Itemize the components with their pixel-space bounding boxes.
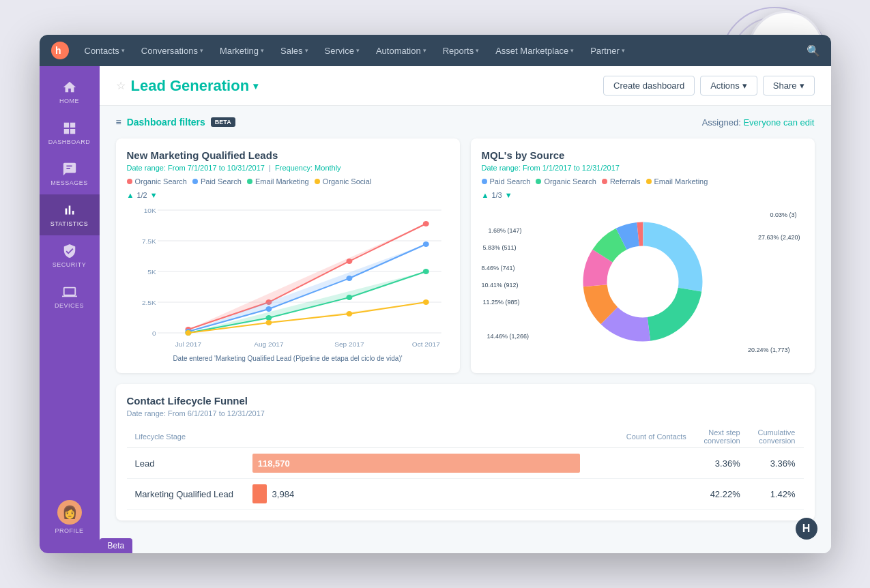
legend-item: Email Marketing <box>646 177 708 186</box>
donut-label-2: 5.83% (511) <box>483 244 517 251</box>
nav-reports[interactable]: Reports▾ <box>436 43 487 59</box>
nav-asset-marketplace[interactable]: Asset Marketplace▾ <box>489 43 581 59</box>
svg-point-32 <box>265 315 272 321</box>
funnel-meta: Date range: From 6/1/2017 to 12/31/2017 <box>127 409 804 417</box>
filters-bar: ≡ Dashboard filters BETA Assigned: Every… <box>116 117 815 128</box>
svg-text:h: h <box>55 45 61 56</box>
page-title: Lead Generation ▾ <box>131 77 259 95</box>
svg-point-24 <box>422 221 429 226</box>
col-cumulative: Cumulativeconversion <box>749 426 804 448</box>
sidebar-item-security[interactable]: SECURITY <box>40 235 100 276</box>
legend-dot <box>536 179 541 184</box>
next-page-icon[interactable]: ▼ <box>505 191 512 199</box>
header-actions: Create dashboard Actions ▾ Share ▾ <box>603 76 814 95</box>
sidebar-item-statistics[interactable]: STATISTICS <box>40 194 100 235</box>
svg-marker-20 <box>188 224 425 329</box>
new-mql-meta: Date range: From 7/1/2017 to 10/31/2017 … <box>127 164 449 172</box>
beta-badge: BETA <box>211 117 235 127</box>
legend-dot <box>247 179 252 184</box>
col-next: Next stepconversion <box>695 426 749 448</box>
favorite-icon[interactable]: ☆ <box>116 79 126 92</box>
svg-text:Oct 2017: Oct 2017 <box>411 341 439 348</box>
col-count: Count of Contacts <box>616 426 695 448</box>
sidebar: HOME DASHBOARD MESSAGES STATISTICS SECUR… <box>40 66 100 553</box>
mql-source-title: MQL's by Source <box>482 149 804 161</box>
sidebar-item-devices[interactable]: DEVICES <box>40 276 100 317</box>
new-mql-legend: Organic Search Paid Search Email Marketi… <box>127 177 449 186</box>
svg-point-27 <box>265 306 272 312</box>
legend-item: Email Marketing <box>247 177 309 186</box>
donut-chart <box>575 214 711 350</box>
prev-page-icon[interactable]: ▲ <box>482 191 489 199</box>
nav-conversations[interactable]: Conversations▾ <box>134 43 210 59</box>
svg-text:Sep 2017: Sep 2017 <box>334 341 364 348</box>
funnel-bar: 118,570 <box>252 454 580 473</box>
mql-source-legend: Paid Search Organic Search Referrals <box>482 177 804 186</box>
svg-text:7.5K: 7.5K <box>141 238 156 245</box>
sidebar-item-messages[interactable]: MESSAGES <box>40 153 100 194</box>
profile-item[interactable]: 👩 PROFILE <box>40 492 100 542</box>
donut-label-3: 8.46% (741) <box>482 265 515 271</box>
svg-text:10K: 10K <box>143 207 156 214</box>
assigned-link[interactable]: Everyone can edit <box>743 117 814 128</box>
svg-text:Aug 2017: Aug 2017 <box>254 341 283 348</box>
filters-label[interactable]: Dashboard filters <box>127 117 205 128</box>
legend-dot <box>127 179 132 184</box>
legend-item: Organic Social <box>315 177 372 186</box>
svg-point-49 <box>611 250 675 314</box>
share-button[interactable]: Share ▾ <box>763 76 815 95</box>
hubspot-logo[interactable]: h <box>50 41 70 60</box>
charts-grid: New Marketing Qualified Leads Date range… <box>116 138 815 373</box>
nav-partner[interactable]: Partner▾ <box>583 43 632 59</box>
legend-item: Paid Search <box>192 177 242 186</box>
svg-text:5K: 5K <box>147 269 156 276</box>
mql-source-pagination: ▲ 1/3 ▼ <box>482 191 804 199</box>
svg-text:2.5K: 2.5K <box>141 299 156 306</box>
svg-point-29 <box>422 241 429 247</box>
cumulative-conversion: 1.42% <box>749 479 804 510</box>
legend-dot <box>602 179 607 184</box>
create-dashboard-button[interactable]: Create dashboard <box>603 76 695 95</box>
funnel-bar-small <box>252 484 267 503</box>
donut-label-6: 14.46% (1,266) <box>487 333 530 340</box>
nav-service[interactable]: Service▾ <box>318 43 366 59</box>
donut-label-0: 0.03% (3) <box>770 211 796 218</box>
legend-item: Organic Search <box>536 177 596 186</box>
legend-dot <box>315 179 320 184</box>
filter-icon: ≡ <box>116 117 121 128</box>
new-mql-title: New Marketing Qualified Leads <box>127 149 449 161</box>
sidebar-item-home[interactable]: HOME <box>40 72 100 113</box>
next-conversion: 3.36% <box>695 448 749 479</box>
prev-page-icon[interactable]: ▲ <box>127 191 134 199</box>
nav-sales[interactable]: Sales▾ <box>274 43 315 59</box>
col-lifecycle: Lifecycle Stage <box>127 426 244 448</box>
avatar: 👩 <box>57 500 82 525</box>
nav-marketing[interactable]: Marketing▾ <box>213 43 271 59</box>
actions-button[interactable]: Actions ▾ <box>700 76 757 95</box>
assigned-info: Assigned: Everyone can edit <box>702 117 815 128</box>
legend-dot <box>192 179 198 184</box>
mql-source-meta: Date range: From 1/1/2017 to 12/31/2017 <box>482 164 804 172</box>
donut-label-4: 10.41% (912) <box>482 282 519 289</box>
donut-label-8: 27.63% (2,420) <box>758 234 800 241</box>
svg-point-36 <box>185 330 191 336</box>
sidebar-item-dashboard[interactable]: DASHBOARD <box>40 113 100 153</box>
next-page-icon[interactable]: ▼ <box>150 191 158 199</box>
count-value <box>616 448 695 479</box>
count-value <box>616 479 695 510</box>
nav-contacts[interactable]: Contacts▾ <box>78 43 132 59</box>
title-chevron-icon[interactable]: ▾ <box>253 80 258 91</box>
share-chevron-icon: ▾ <box>800 80 804 91</box>
nav-automation[interactable]: Automation▾ <box>369 43 433 59</box>
beta-chip[interactable]: Beta <box>100 538 133 553</box>
svg-point-33 <box>346 295 352 300</box>
line-chart: 10K 7.5K 5K 2.5K 0 Jul 2017 Aug 2017 Sep… <box>127 203 449 353</box>
search-icon[interactable]: 🔍 <box>807 44 820 57</box>
legend-dot <box>482 179 487 184</box>
svg-point-23 <box>346 259 352 264</box>
help-button[interactable]: H <box>796 518 817 540</box>
legend-item: Organic Search <box>127 177 187 186</box>
dashboard-body: ≡ Dashboard filters BETA Assigned: Every… <box>100 106 831 553</box>
svg-point-34 <box>422 269 429 274</box>
x-axis-label: Date entered 'Marketing Qualified Lead (… <box>127 355 449 362</box>
